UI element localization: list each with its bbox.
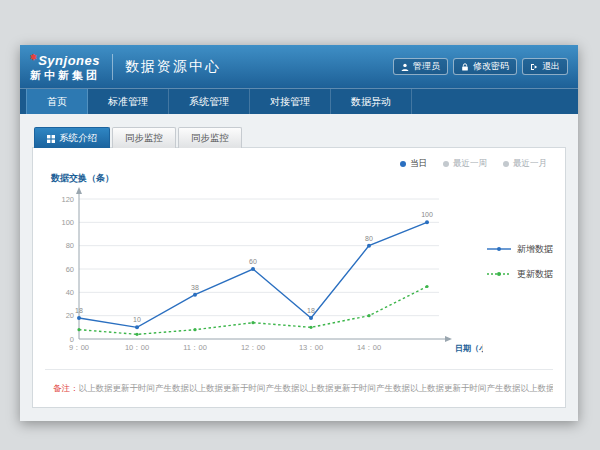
logout-button[interactable]: 退出 [522,58,568,75]
header-divider [112,54,113,80]
admin-button[interactable]: 管理员 [393,58,448,75]
tab-sync-monitor-2-label: 同步监控 [191,132,229,145]
header-actions: 管理员 修改密码 退出 [393,58,568,75]
svg-text:80: 80 [365,235,373,242]
svg-text:10：00: 10：00 [125,343,149,352]
svg-text:38: 38 [191,284,199,291]
app-window: ✱Synjones 新中新集团 数据资源中心 管理员 修改密码 [20,45,578,421]
legend-dot-today [400,161,406,167]
series-legend-updated-data: 更新数据 [487,268,553,281]
tab-system-intro[interactable]: 系统介绍 [34,127,110,148]
nav-item-standard-management[interactable]: 标准管理 [88,89,169,114]
tab-system-intro-label: 系统介绍 [59,132,97,145]
legend-filter-group: 当日 最近一周 最近一月 [400,158,547,170]
app-title: 数据资源中心 [125,58,221,76]
svg-text:9：00: 9：00 [69,343,89,352]
legend-filter[interactable]: 最近一月 [503,158,547,170]
series-legend: 新增数据 更新数据 [487,243,553,281]
tab-sync-monitor-1-label: 同步监控 [125,132,163,145]
nav-item-integration-management[interactable]: 对接管理 [250,89,331,114]
svg-text:20: 20 [66,311,74,320]
chart-row: 0204060801001209：0010：0011：0012：0013：001… [45,185,553,365]
app-header: ✱Synjones 新中新集团 数据资源中心 管理员 修改密码 [20,45,578,88]
series-legend-new-data: 新增数据 [487,243,553,256]
nav-item-data-changes[interactable]: 数据异动 [331,89,412,114]
footnote-text: 以上数据更新于时间产生数据以上数据更新于时间产生数据以上数据更新于时间产生数据以… [79,383,554,393]
nav-item-system-management[interactable]: 系统管理 [169,89,250,114]
svg-text:日期（小时）: 日期（小时） [455,344,483,353]
new-data-label: 新增数据 [517,243,553,256]
brand-star-icon: ✱ [30,53,37,62]
svg-text:13：00: 13：00 [299,343,323,352]
main-nav: 首页 标准管理 系统管理 对接管理 数据异动 [20,88,578,114]
footnote-label: 备注： [53,383,79,393]
legend-filter-month-label: 最近一月 [513,158,547,170]
logo: ✱Synjones 新中新集团 [30,52,100,81]
legend-filter[interactable]: 当日 [400,158,427,170]
chart-y-axis-title: 数据交换（条） [51,172,553,185]
content-area: 系统介绍 同步监控 同步监控 当日 最近一周 最近一月 数据交换（条） 0204… [20,114,578,408]
svg-text:11：00: 11：00 [183,343,207,352]
svg-text:100: 100 [421,211,433,218]
tab-sync-monitor-1[interactable]: 同步监控 [112,127,176,148]
svg-text:80: 80 [66,241,74,250]
legend-filter-today-label: 当日 [410,158,427,170]
lock-icon [461,63,469,71]
new-data-line-sample [487,245,511,255]
svg-text:10: 10 [133,316,141,323]
footnote: 备注：以上数据更新于时间产生数据以上数据更新于时间产生数据以上数据更新于时间产生… [45,369,553,407]
svg-text:18: 18 [307,307,315,314]
svg-text:12：00: 12：00 [241,343,265,352]
chart-panel: 当日 最近一周 最近一月 数据交换（条） 0204060801001209：00… [32,147,566,408]
svg-text:18: 18 [75,307,83,314]
svg-text:40: 40 [66,288,74,297]
tab-sync-monitor-2[interactable]: 同步监控 [178,127,242,148]
nav-item-home[interactable]: 首页 [26,89,88,114]
updated-data-line-sample [487,270,511,280]
svg-text:60: 60 [249,258,257,265]
logout-button-label: 退出 [542,62,560,71]
legend-dot-week [443,161,449,167]
logout-icon [530,63,538,71]
line-chart: 0204060801001209：0010：0011：0012：0013：001… [45,185,483,365]
admin-button-label: 管理员 [413,62,440,71]
svg-text:60: 60 [66,265,74,274]
svg-text:120: 120 [61,195,74,204]
legend-filter-week-label: 最近一周 [453,158,487,170]
tab-bar: 系统介绍 同步监控 同步监控 [34,127,566,148]
change-password-button[interactable]: 修改密码 [453,58,517,75]
updated-data-label: 更新数据 [517,268,553,281]
legend-filter[interactable]: 最近一周 [443,158,487,170]
svg-text:14：00: 14：00 [357,343,381,352]
brand-name: ✱Synjones [30,54,100,67]
user-icon [401,63,409,71]
grid-icon [47,134,55,142]
change-password-button-label: 修改密码 [473,62,509,71]
legend-dot-month [503,161,509,167]
company-name: 新中新集团 [30,70,100,81]
svg-text:100: 100 [61,218,74,227]
